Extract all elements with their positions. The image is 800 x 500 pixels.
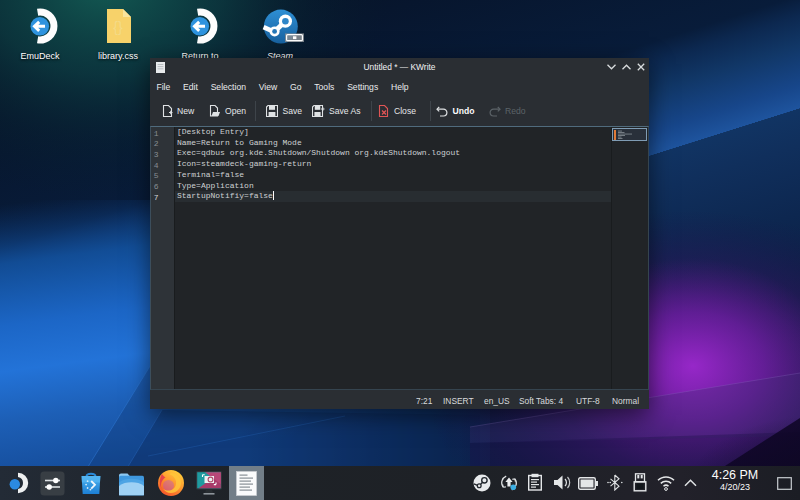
- svg-text:{}: {}: [113, 19, 123, 35]
